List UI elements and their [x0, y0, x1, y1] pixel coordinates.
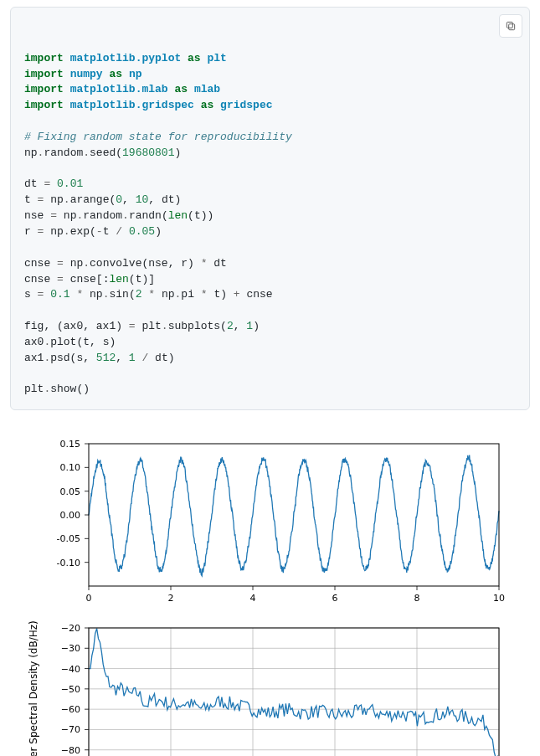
svg-rect-0 [509, 24, 515, 30]
svg-text:0.00: 0.00 [60, 510, 81, 521]
svg-text:2: 2 [168, 593, 174, 604]
code-token: as [109, 68, 122, 80]
svg-text:-0.10: -0.10 [57, 558, 80, 568]
svg-text:0.10: 0.10 [60, 463, 81, 474]
code-token: mlab [194, 83, 220, 95]
code-token: import [24, 83, 64, 95]
code-token: matplotlib.gridspec [70, 99, 194, 111]
figure-output: 0246810-0.10-0.050.000.050.100.15 010203… [13, 435, 527, 756]
code-token: as [174, 83, 188, 95]
code-token: np [24, 147, 38, 159]
axes-bottom: 01020304050−90−80−70−60−50−40−30−20Frequ… [28, 621, 505, 756]
code-token: plt [207, 52, 226, 64]
svg-text:−60: −60 [61, 704, 80, 715]
code-token: as [188, 52, 201, 64]
svg-text:−20: −20 [61, 623, 80, 634]
code-token: gridspec [220, 99, 272, 111]
svg-text:4: 4 [250, 593, 256, 604]
copy-button[interactable] [499, 14, 522, 38]
code-comment: # Fixing random state for reproducibilit… [24, 131, 292, 143]
svg-text:0: 0 [86, 593, 92, 604]
code-token: matplotlib.pyplot [70, 52, 182, 64]
svg-rect-1 [507, 22, 512, 28]
code-token: as [201, 99, 214, 111]
ylabel: Power Spectral Density (dB/Hz) [28, 621, 39, 756]
code-token: matplotlib.mlab [70, 83, 168, 95]
svg-text:−50: −50 [61, 684, 80, 695]
svg-text:-0.05: -0.05 [57, 534, 80, 545]
svg-text:10: 10 [493, 593, 505, 604]
svg-text:−30: −30 [61, 644, 80, 655]
svg-text:−80: −80 [61, 745, 80, 756]
copy-icon [505, 20, 517, 32]
code-block: import matplotlib.pyplot as plt import n… [10, 7, 530, 410]
svg-text:8: 8 [414, 593, 420, 604]
code-token: import [24, 68, 64, 80]
code-token: import [24, 52, 64, 64]
code-token: numpy [70, 68, 103, 80]
svg-text:0.15: 0.15 [60, 439, 81, 450]
code-token: import [24, 99, 64, 111]
svg-text:6: 6 [332, 593, 338, 604]
svg-rect-41 [89, 628, 499, 756]
svg-text:−40: −40 [61, 664, 80, 675]
matplotlib-figure: 0246810-0.10-0.050.000.050.100.15 010203… [13, 435, 532, 756]
svg-text:0.05: 0.05 [60, 486, 81, 497]
svg-text:−70: −70 [61, 725, 80, 736]
axes-top: 0246810-0.10-0.050.000.050.100.15 [57, 439, 505, 604]
code-token: np [129, 68, 142, 80]
